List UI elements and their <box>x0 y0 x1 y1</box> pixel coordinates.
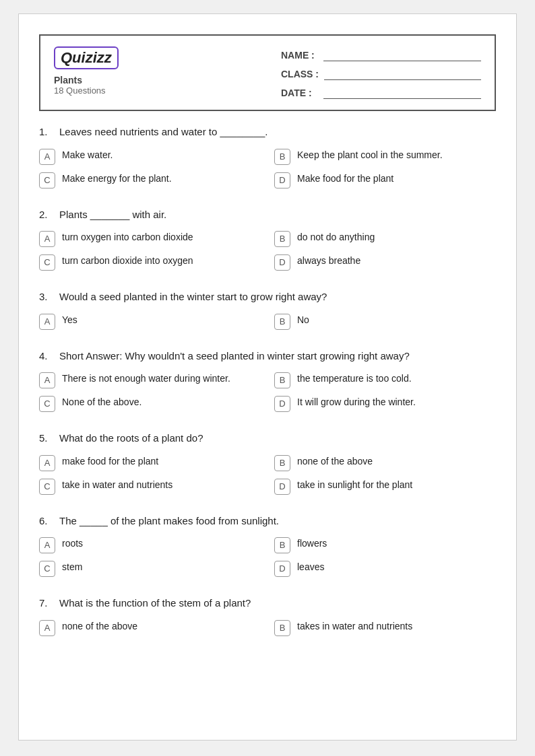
option-letter-a: A <box>39 231 55 247</box>
option-letter-a: A <box>39 314 55 330</box>
name-line <box>323 49 481 61</box>
question-4: 4.Short Answer: Why wouldn't a seed plan… <box>39 349 496 413</box>
quiz-subtitle: 18 Questions <box>54 85 254 96</box>
question-3-options: AYesBNo <box>39 313 496 330</box>
option-text-1-b: Keep the plant cool in the summer. <box>297 148 496 162</box>
question-1-num: 1. <box>39 125 53 140</box>
question-2-options: Aturn oxygen into carbon dioxideBdo not … <box>39 230 496 271</box>
option-letter-a: A <box>39 372 55 388</box>
question-2-body: Plants _______ with air. <box>59 207 166 223</box>
question-6-body: The _____ of the plant makes food from s… <box>59 514 279 529</box>
question-5-option-a: Amake food for the plant <box>39 454 261 471</box>
option-letter-c: C <box>39 561 55 577</box>
quiz-title: Plants <box>54 75 254 85</box>
option-text-2-b: do not do anything <box>297 230 496 244</box>
question-4-option-a: AThere is not enough water during winter… <box>39 372 261 388</box>
option-letter-b: B <box>274 314 290 330</box>
question-3-body: Would a seed planted in the winter start… <box>59 289 327 305</box>
question-1-option-b: BKeep the plant cool in the summer. <box>274 148 496 165</box>
question-3-num: 3. <box>39 289 53 305</box>
date-row: DATE : <box>281 87 481 99</box>
question-2: 2.Plants _______ with air.Aturn oxygen i… <box>39 207 496 271</box>
option-text-6-c: stem <box>62 560 261 574</box>
question-6-options: ArootsBflowersCstemDleaves <box>39 537 496 577</box>
option-text-5-d: take in sunlight for the plant <box>297 478 496 492</box>
question-7: 7.What is the function of the stem of a … <box>39 596 496 636</box>
option-letter-a: A <box>39 455 55 471</box>
option-text-6-a: roots <box>62 537 261 551</box>
question-4-body: Short Answer: Why wouldn't a seed plante… <box>59 349 410 364</box>
question-4-option-b: Bthe temperature is too cold. <box>274 372 496 388</box>
option-letter-a: A <box>39 537 55 553</box>
option-letter-c: C <box>39 479 55 495</box>
option-text-7-a: none of the above <box>62 619 261 633</box>
question-2-num: 2. <box>39 207 53 223</box>
question-7-num: 7. <box>39 596 53 611</box>
question-7-options: Anone of the aboveBtakes in water and nu… <box>39 619 496 636</box>
option-text-1-a: Make water. <box>62 148 261 162</box>
option-letter-d: D <box>274 172 290 188</box>
option-text-7-b: takes in water and nutrients <box>297 619 496 633</box>
option-letter-d: D <box>274 479 290 495</box>
question-2-option-c: Cturn carbon dioxide into oxygen <box>39 254 261 271</box>
form-area: NAME : CLASS : DATE : <box>281 46 481 99</box>
option-text-2-a: turn oxygen into carbon dioxide <box>62 230 261 244</box>
question-2-option-a: Aturn oxygen into carbon dioxide <box>39 230 261 247</box>
date-label: DATE : <box>281 88 318 98</box>
option-letter-b: B <box>274 455 290 471</box>
page: Quizizz Plants 18 Questions NAME : CLASS… <box>18 13 517 741</box>
question-1-text: 1.Leaves need nutrients and water to ___… <box>39 125 496 140</box>
option-text-5-b: none of the above <box>297 454 496 469</box>
option-text-1-c: Make energy for the plant. <box>62 172 261 186</box>
logo-area: Quizizz Plants 18 Questions <box>54 46 254 96</box>
option-letter-c: C <box>39 254 55 271</box>
option-letter-d: D <box>274 396 290 412</box>
option-text-2-c: turn carbon dioxide into oxygen <box>62 254 261 268</box>
option-letter-b: B <box>274 231 290 247</box>
class-label: CLASS : <box>281 69 319 79</box>
question-1: 1.Leaves need nutrients and water to ___… <box>39 125 496 188</box>
option-letter-d: D <box>274 561 290 577</box>
option-letter-a: A <box>39 149 55 165</box>
question-4-options: AThere is not enough water during winter… <box>39 372 496 412</box>
question-2-option-d: Dalways breathe <box>274 254 496 271</box>
logo-text: Quizizz <box>61 49 112 66</box>
option-letter-b: B <box>274 149 290 165</box>
option-text-4-b: the temperature is too cold. <box>297 372 496 386</box>
question-6-option-b: Bflowers <box>274 537 496 553</box>
option-text-1-d: Make food for the plant <box>297 172 496 186</box>
name-row: NAME : <box>281 49 481 61</box>
quizizz-logo: Quizizz <box>54 46 119 69</box>
question-3-text: 3.Would a seed planted in the winter sta… <box>39 289 496 305</box>
question-5-option-c: Ctake in water and nutrients <box>39 478 261 495</box>
option-text-2-d: always breathe <box>297 254 496 268</box>
question-3: 3.Would a seed planted in the winter sta… <box>39 289 496 330</box>
option-text-6-d: leaves <box>297 560 496 574</box>
option-letter-b: B <box>274 372 290 388</box>
question-1-option-d: DMake food for the plant <box>274 172 496 188</box>
class-line <box>324 68 481 80</box>
option-text-5-a: make food for the plant <box>62 454 261 469</box>
question-6-option-a: Aroots <box>39 537 261 553</box>
question-5-body: What do the roots of a plant do? <box>59 431 203 446</box>
class-row: CLASS : <box>281 68 481 80</box>
question-5-text: 5.What do the roots of a plant do? <box>39 431 496 446</box>
question-4-option-c: CNone of the above. <box>39 395 261 412</box>
option-text-4-a: There is not enough water during winter. <box>62 372 261 386</box>
question-5-options: Amake food for the plantBnone of the abo… <box>39 454 496 495</box>
questions-section: 1.Leaves need nutrients and water to ___… <box>19 118 516 675</box>
option-letter-b: B <box>274 537 290 553</box>
question-1-option-c: CMake energy for the plant. <box>39 172 261 188</box>
question-6-option-c: Cstem <box>39 560 261 577</box>
question-4-num: 4. <box>39 349 53 364</box>
question-3-option-b: BNo <box>274 313 496 330</box>
option-text-5-c: take in water and nutrients <box>62 478 261 492</box>
option-letter-d: D <box>274 254 290 271</box>
question-7-option-b: Btakes in water and nutrients <box>274 619 496 636</box>
question-6-text: 6.The _____ of the plant makes food from… <box>39 514 496 529</box>
option-letter-c: C <box>39 396 55 412</box>
question-7-body: What is the function of the stem of a pl… <box>59 596 251 611</box>
question-1-option-a: AMake water. <box>39 148 261 165</box>
question-6: 6.The _____ of the plant makes food from… <box>39 514 496 578</box>
header: Quizizz Plants 18 Questions NAME : CLASS… <box>39 34 496 111</box>
